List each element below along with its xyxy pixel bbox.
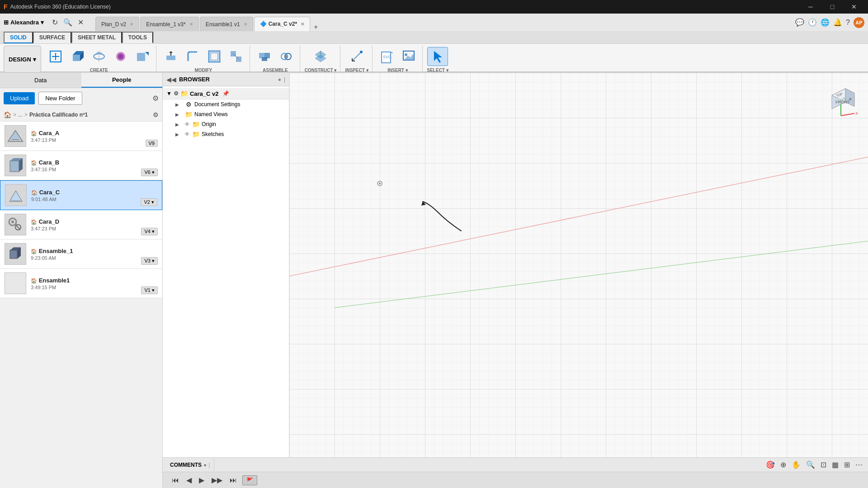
svg-line-29: [352, 52, 361, 61]
tab-close-ensamble1v1[interactable]: ✕: [244, 22, 247, 27]
inspect-measure-button[interactable]: [347, 47, 367, 66]
refresh-icon[interactable]: ↻: [50, 17, 60, 28]
snap-icon[interactable]: 🎯: [764, 460, 777, 470]
select-buttons: [427, 46, 448, 67]
ribbon-group-inspect: INSPECT ▾: [341, 46, 372, 73]
user-area[interactable]: ⊞ Alexandra ▾: [4, 19, 44, 26]
display-mode-icon[interactable]: ▦: [830, 460, 840, 470]
origin-eye-icon[interactable]: 👁: [184, 121, 190, 127]
version-badge-cara-a[interactable]: V9: [146, 140, 158, 147]
browser-item-document-settings[interactable]: ▶ ⚙ Document Settings: [163, 99, 289, 109]
version-badge-ensamble1[interactable]: V1 ▾: [141, 286, 158, 294]
chat-icon[interactable]: 💬: [795, 18, 804, 27]
browser-title-label: BROWSER: [179, 76, 210, 83]
zoom-icon[interactable]: 🔍: [804, 460, 817, 470]
assemble-joint-button[interactable]: [276, 47, 296, 66]
create-sweep-button[interactable]: [111, 47, 131, 66]
timeline-end-button[interactable]: ⏭: [228, 475, 239, 485]
ribbon-tab-surface[interactable]: SURFACE: [33, 32, 71, 43]
timeline-start-button[interactable]: ⏮: [170, 475, 181, 485]
orbit-icon[interactable]: ⊕: [778, 460, 788, 470]
version-badge-cara-b[interactable]: V6 ▾: [141, 169, 158, 176]
doc-settings-label: Document Settings: [194, 101, 285, 108]
insert-canvas-button[interactable]: [399, 47, 419, 66]
modify-fillet-button[interactable]: [183, 47, 203, 66]
timeline-prev-button[interactable]: ◀: [184, 475, 193, 485]
zoom-fit-icon[interactable]: ⊡: [819, 460, 828, 470]
breadcrumb-home-icon[interactable]: 🏠: [4, 111, 11, 118]
modify-scale-button[interactable]: [226, 47, 246, 66]
sidebar-tab-people[interactable]: People: [81, 73, 163, 88]
timeline-marker[interactable]: 🚩: [242, 475, 257, 485]
breadcrumb-gear-icon[interactable]: ⚙: [153, 111, 159, 118]
ribbon-group-modify: MODIFY: [157, 46, 250, 73]
minimize-button[interactable]: ─: [800, 0, 821, 14]
maximize-button[interactable]: □: [822, 0, 843, 14]
globe-icon[interactable]: 🌐: [821, 18, 830, 27]
grid-toggle-icon[interactable]: ⊞: [842, 460, 852, 470]
upload-button[interactable]: Upload: [4, 92, 35, 104]
insert-svg-button[interactable]: SVG: [377, 47, 397, 66]
create-extrude-button[interactable]: [67, 47, 87, 66]
pan-icon[interactable]: ✋: [790, 460, 802, 470]
sidebar-tab-data[interactable]: Data: [0, 73, 81, 88]
sketches-eye-icon[interactable]: 👁: [184, 131, 190, 137]
ribbon-tab-tools[interactable]: TOOLS: [122, 32, 153, 43]
breadcrumb-dots[interactable]: ...: [18, 112, 23, 118]
file-item-ensamble1[interactable]: 🏠 Ensamble1 3:49:15 PM V1 ▾: [0, 269, 162, 298]
file-version-right-cara-b: V6 ▾: [141, 155, 158, 176]
help-icon[interactable]: ?: [846, 19, 850, 27]
user-avatar[interactable]: AP: [854, 17, 864, 28]
comments-dot: ●: [203, 462, 207, 468]
search-icon[interactable]: 🔍: [61, 17, 74, 28]
modify-buttons: [161, 46, 246, 67]
canvas-3d[interactable]: FRONT TOP R X Y: [289, 73, 868, 457]
file-item-cara-c[interactable]: 🏠 Cara_C 9:01:48 AM V2 ▾: [0, 180, 162, 210]
version-badge-cara-c[interactable]: V2 ▾: [141, 198, 157, 206]
tab-ensamble1v1[interactable]: Ensamble1 v1 ✕: [200, 17, 253, 31]
tab-close-plan-d[interactable]: ✕: [130, 22, 133, 27]
more-icon[interactable]: ⋯: [854, 460, 864, 470]
new-folder-button[interactable]: New Folder: [38, 92, 82, 105]
browser-item-named-views[interactable]: ▶ 📁 Named Views: [163, 109, 289, 119]
browser-item-origin[interactable]: ▶ 👁 📁 Origin: [163, 119, 289, 129]
create-revolve-button[interactable]: [89, 47, 109, 66]
history-icon[interactable]: 🕐: [808, 18, 817, 27]
timeline-play-button[interactable]: ▶: [197, 475, 206, 485]
tab-close-ensamble1v3[interactable]: ✕: [189, 22, 193, 27]
modify-press-pull-button[interactable]: [161, 47, 181, 66]
timeline-next-button[interactable]: ▶▶: [210, 475, 224, 485]
tab-close-cara-c[interactable]: ✕: [301, 22, 304, 27]
browser-root-item[interactable]: ▼ ⚙ 📁 Cara_C v2 📌: [163, 88, 289, 99]
ribbon-tab-sheet-metal[interactable]: SHEET METAL: [71, 32, 122, 43]
close-panel-icon[interactable]: ✕: [76, 17, 85, 28]
design-dropdown-button[interactable]: DESIGN ▾: [4, 46, 41, 73]
create-new-component-button[interactable]: [46, 47, 66, 66]
version-badge-cara-d[interactable]: V4 ▾: [141, 228, 158, 235]
file-item-ensamble-1[interactable]: 🏠 Ensamble_1 9:23:05 AM V3 ▾: [0, 239, 162, 269]
view-cube[interactable]: FRONT TOP R X Y: [823, 82, 859, 118]
file-item-cara-d[interactable]: 🏠 Cara_D 3:47:23 PM V4 ▾: [0, 210, 162, 239]
svg-rect-3: [73, 55, 80, 61]
browser-tree: ▼ ⚙ 📁 Cara_C v2 📌 ▶ ⚙ Document Settings: [163, 86, 289, 139]
assemble-new-component-button[interactable]: [255, 47, 274, 66]
version-badge-ensamble-1[interactable]: V3 ▾: [141, 257, 158, 265]
tab-cara-c-v2[interactable]: 🔷 Cara_C v2* ✕: [254, 17, 310, 31]
tab-ensamble1v3[interactable]: Ensamble_1 v3* ✕: [140, 17, 198, 31]
sidebar-settings-icon[interactable]: ⚙: [152, 94, 159, 103]
close-button[interactable]: ✕: [844, 0, 864, 14]
bell-icon[interactable]: 🔔: [833, 18, 842, 27]
file-item-cara-a[interactable]: 🏠 Cara_A 3:47:13 PM V9: [0, 122, 162, 151]
ribbon-tab-solid[interactable]: SOLID: [4, 32, 33, 43]
create-more-button[interactable]: [132, 47, 152, 66]
file-item-cara-b[interactable]: 🏠 Cara_B 3:47:16 PM V6 ▾: [0, 151, 162, 180]
select-button[interactable]: [427, 47, 448, 66]
svg-marker-14: [169, 51, 173, 53]
browser-header-bars[interactable]: |: [284, 76, 285, 83]
browser-item-sketches[interactable]: ▶ 👁 📁 Sketches: [163, 129, 289, 139]
browser-collapse-icon[interactable]: ◀◀: [166, 76, 176, 83]
modify-shell-button[interactable]: [204, 47, 224, 66]
new-tab-button[interactable]: +: [311, 23, 321, 31]
tab-plan-d[interactable]: Plan_D v2 ✕: [95, 17, 139, 31]
construct-offset-plane-button[interactable]: [311, 47, 330, 66]
